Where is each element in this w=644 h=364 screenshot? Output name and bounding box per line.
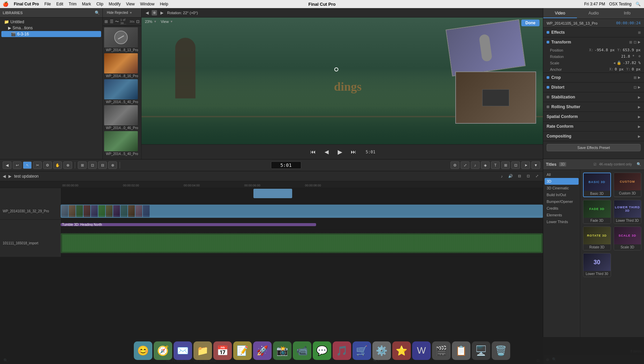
- tab-info[interactable]: Info: [610, 9, 644, 18]
- filter-elements[interactable]: Elements: [543, 212, 580, 218]
- grid-view-icon[interactable]: ⊞: [104, 19, 108, 25]
- title-card-rotate-3d[interactable]: ROTATE 3D Rotate 3D: [583, 226, 611, 250]
- audio-track-content[interactable]: [61, 230, 543, 256]
- dock-safari[interactable]: 🧭: [154, 341, 172, 360]
- transform-btn[interactable]: ⤢: [461, 161, 469, 169]
- list-view-icon[interactable]: ☰: [110, 19, 114, 25]
- rolling-shutter-expand[interactable]: ▶: [638, 105, 641, 109]
- undo-btn[interactable]: ↩: [13, 161, 22, 169]
- done-button[interactable]: Done: [521, 20, 540, 26]
- rotation-dial-icon[interactable]: ⚙: [639, 54, 641, 59]
- trim-tool-btn[interactable]: ✂: [33, 161, 42, 169]
- filter-bumper-opener[interactable]: Bumper/Opener: [543, 198, 580, 205]
- menu-edit[interactable]: Edit: [56, 2, 63, 6]
- blade-tool-btn[interactable]: ⚙: [43, 161, 52, 169]
- libraries-search-icon[interactable]: 🔍: [95, 10, 100, 15]
- audio-clip[interactable]: [61, 233, 543, 253]
- dock-finder-2[interactable]: 📁: [193, 341, 212, 360]
- play-back-btn[interactable]: ◀: [323, 148, 331, 156]
- dock-system-prefs[interactable]: ⚙️: [372, 341, 391, 360]
- primary-track-content[interactable]: [61, 203, 543, 219]
- menu-app-name[interactable]: Final Cut Pro: [14, 2, 39, 6]
- rate-expand[interactable]: ▶: [638, 125, 641, 128]
- connect-btn[interactable]: ⊕: [108, 161, 117, 169]
- effects-track-content[interactable]: Tumble 3D: Heading North: [61, 220, 543, 230]
- generator-btn[interactable]: ⊞: [501, 161, 510, 169]
- tl-expand-btn[interactable]: ⊟: [516, 173, 523, 180]
- library-item-6-3-16[interactable]: 🎬 6-3-16: [1, 31, 101, 37]
- menu-file[interactable]: File: [44, 2, 51, 6]
- save-effects-preset-btn[interactable]: Save Effects Preset: [547, 144, 641, 151]
- tl-right-arrow[interactable]: ▶: [8, 174, 11, 179]
- filter-lower-thirds[interactable]: Lower Thirds: [543, 218, 580, 225]
- viewer-transform-icon[interactable]: ⊕: [152, 10, 157, 16]
- menu-view[interactable]: View: [126, 2, 135, 6]
- dock-launchpad[interactable]: 🚀: [253, 341, 272, 360]
- arrow-down-btn[interactable]: ▼: [531, 161, 540, 169]
- menu-help[interactable]: Help: [160, 2, 168, 6]
- search-icon[interactable]: 🔍: [636, 2, 641, 6]
- dock-itunes[interactable]: 🎵: [333, 341, 351, 360]
- tl-audio-btn[interactable]: ♪: [498, 173, 505, 180]
- menu-modify[interactable]: Modify: [109, 2, 121, 6]
- clip-3[interactable]: WP_2014...5_40_Pro: [104, 79, 140, 104]
- filter-3d-cinematic[interactable]: 3D Cinematic: [543, 185, 580, 191]
- menu-trim[interactable]: Trim: [69, 2, 77, 6]
- dock-appstore[interactable]: 🛒: [352, 341, 371, 360]
- waveform-view-icon[interactable]: 〜: [115, 19, 119, 25]
- tab-video[interactable]: Video: [543, 9, 577, 18]
- clip-1[interactable]: WP_2014...8_13_Pro: [104, 27, 140, 52]
- menu-clip[interactable]: Clip: [96, 2, 103, 6]
- title-card-custom-3d[interactable]: CUSTOM Custom 3D: [614, 173, 642, 197]
- transform-header[interactable]: Transform ⊞ ⊡ ▶: [543, 37, 644, 47]
- library-item-smartions[interactable]: ▶ Sma...tions: [1, 25, 101, 31]
- title-card-lower-third-30[interactable]: 30 Lower Third 30: [583, 253, 611, 277]
- dock-finder-3[interactable]: 📋: [452, 341, 470, 360]
- distort-expand[interactable]: ▶: [638, 85, 641, 90]
- dock-final-cut[interactable]: 🎬: [432, 341, 451, 360]
- title-card-scale-3d[interactable]: SCALE 3D Scale 3D: [614, 226, 642, 250]
- tl-zoom-btn[interactable]: 🔊: [507, 173, 514, 180]
- dock-reeder[interactable]: ⭐: [392, 341, 411, 360]
- dock-monitor[interactable]: 🖥️: [472, 341, 490, 360]
- play-to-end-btn[interactable]: ⏭: [349, 148, 358, 156]
- anchor-y[interactable]: 0 px: [632, 67, 641, 71]
- crop-icon[interactable]: ⊞: [634, 75, 637, 80]
- transform-icon-1[interactable]: ⊞: [629, 40, 632, 44]
- crop-header[interactable]: Crop ⊞ ▶: [543, 73, 644, 82]
- rolling-shutter-header[interactable]: Rolling Shutter ▶: [543, 102, 644, 112]
- clip-5[interactable]: WP_2014...5_40_Pro: [104, 131, 140, 156]
- scale-left-btn[interactable]: ◀: [613, 61, 615, 65]
- crop-expand[interactable]: ▶: [638, 75, 641, 80]
- overwrite-btn[interactable]: ⊟: [98, 161, 107, 169]
- clip-4[interactable]: WP_2014...0_46_Pro: [104, 105, 140, 130]
- title-card-lower-third-3d[interactable]: LOWER THIRD 3D Lower Third 3D: [614, 200, 642, 224]
- stabilization-header[interactable]: Stabilization ▶: [543, 92, 644, 102]
- arrow-tool-btn[interactable]: ➤: [521, 161, 530, 169]
- zoom-tool-btn[interactable]: ⊕: [63, 161, 72, 169]
- effects-clip[interactable]: Tumble 3D: Heading North: [61, 223, 316, 226]
- timecode-display[interactable]: 5:01: [271, 161, 301, 169]
- select-tool-btn[interactable]: ↖: [23, 161, 32, 169]
- anchor-x[interactable]: 0 px: [615, 67, 624, 71]
- filter-3d[interactable]: 3D: [545, 178, 579, 185]
- filter-all[interactable]: All: [543, 171, 580, 178]
- dock-photos[interactable]: 📸: [273, 341, 292, 360]
- connected-track-content[interactable]: [61, 188, 543, 203]
- audio-btn[interactable]: ♪: [471, 161, 480, 169]
- menu-mark[interactable]: Mark: [82, 2, 91, 6]
- title-card-basic-3d[interactable]: BASIC 3D Basic 3D: [583, 173, 611, 197]
- distort-icon[interactable]: ⊡: [634, 85, 637, 90]
- clip-settings-icon[interactable]: ⊡: [136, 19, 140, 25]
- tl-clip-btn[interactable]: ⊡: [525, 173, 531, 180]
- title-card-fade-3d[interactable]: FADE 3D Fade 3D: [583, 200, 611, 224]
- rate-conform-header[interactable]: Rate Conform ▶: [543, 122, 644, 131]
- dock-trash[interactable]: 🗑️: [492, 341, 510, 360]
- hide-rejected-btn[interactable]: Hide Rejected: [107, 11, 128, 14]
- back-btn[interactable]: ◀: [3, 161, 11, 169]
- connected-clip[interactable]: [253, 189, 292, 198]
- titles-search-icon[interactable]: 🔍: [637, 162, 641, 166]
- spatial-conform-header[interactable]: Spatial Conform ▶: [543, 112, 644, 121]
- view-dropdown-icon[interactable]: ▼: [170, 20, 173, 23]
- transform-expand[interactable]: ▶: [638, 40, 641, 44]
